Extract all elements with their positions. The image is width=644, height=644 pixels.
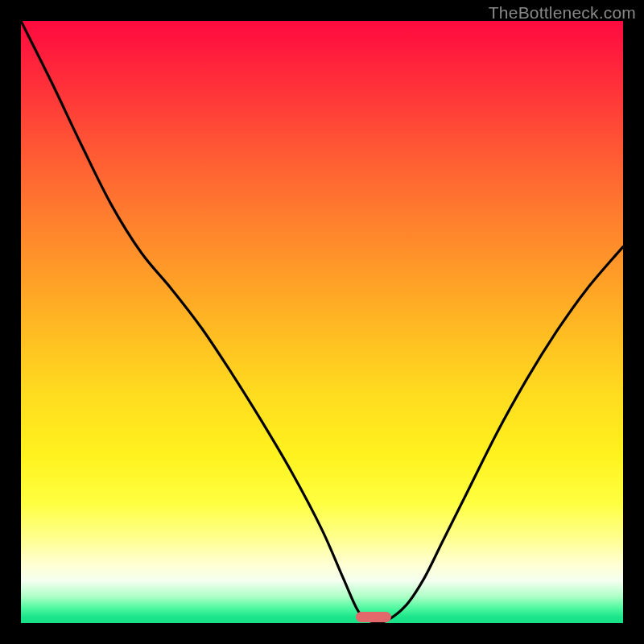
watermark-text: TheBottleneck.com [489, 3, 636, 23]
plot-area [21, 21, 623, 623]
bottleneck-curve [21, 21, 623, 623]
optimal-marker [356, 612, 391, 622]
chart-frame: TheBottleneck.com [0, 0, 644, 644]
